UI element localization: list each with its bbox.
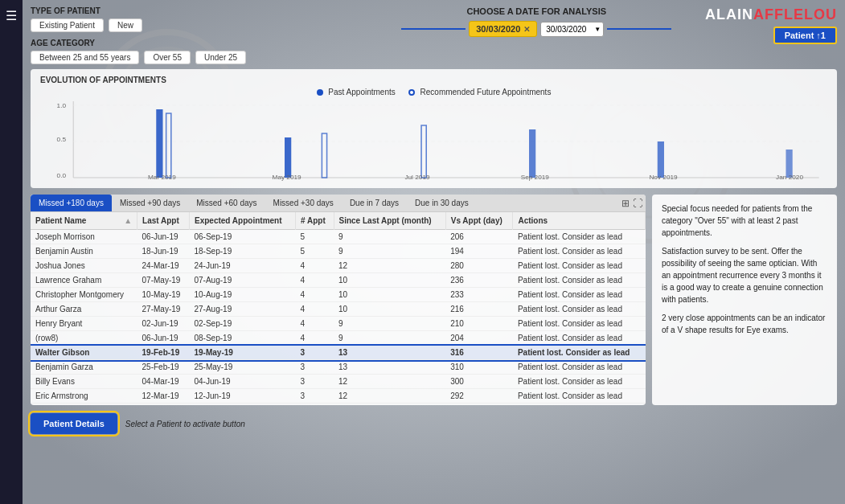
- age-between-btn[interactable]: Between 25 and 55 years: [31, 51, 139, 64]
- tab-missed-90[interactable]: Missed +90 days: [112, 195, 188, 211]
- top-bar: TYPE OF PATIENT Existing Patient New AGE…: [31, 6, 837, 64]
- cell-6: Patient lost. Consider as lead: [513, 230, 646, 244]
- table-section: Missed +180 days Missed +90 days Missed …: [31, 195, 837, 405]
- tab-missed-180[interactable]: Missed +180 days: [31, 195, 112, 211]
- cell-5: 206: [445, 230, 513, 244]
- cell-0: Benjamin Garza: [31, 360, 137, 375]
- cell-1: 25-Feb-19: [137, 360, 190, 375]
- right-note-2: Satisfaction survey to be sent. Offer th…: [662, 245, 827, 305]
- col-num-appt: # Appt: [295, 212, 334, 230]
- tab-due-30[interactable]: Due in 30 days: [407, 195, 477, 211]
- cell-2: 08-Sep-19: [190, 331, 296, 346]
- tab-missed-60[interactable]: Missed +60 days: [188, 195, 265, 211]
- svg-text:Nov 2019: Nov 2019: [649, 174, 678, 181]
- svg-rect-14: [529, 129, 535, 178]
- table-row[interactable]: Benjamin Austin18-Jun-1918-Sep-1959194Pa…: [31, 244, 646, 259]
- cell-2: 24-Jun-19: [190, 259, 296, 273]
- cell-0: Kenneth Jordan: [31, 404, 137, 406]
- age-over55-btn[interactable]: Over 55: [144, 51, 191, 64]
- cell-6: Patient lost. Consider as lead: [513, 331, 646, 346]
- table-scroll[interactable]: Patient Name ▲ Last Appt Expected Appoin…: [31, 212, 646, 405]
- table-row[interactable]: Joseph Morrison06-Jun-1906-Sep-1959206Pa…: [31, 230, 646, 244]
- cell-4: 9: [334, 244, 445, 259]
- cell-4: 9: [334, 331, 445, 346]
- svg-text:1.0: 1.0: [57, 102, 67, 109]
- cell-0: Eric Armstrong: [31, 389, 137, 404]
- legend-past: Past Appointments: [317, 88, 396, 96]
- legend-future: Recommended Future Appointments: [408, 88, 552, 96]
- table-row[interactable]: Benjamin Garza25-Feb-1925-May-19313310Pa…: [31, 360, 646, 375]
- cell-6: Patient lost. Consider as lead: [513, 302, 646, 317]
- new-patient-btn[interactable]: New: [109, 18, 142, 32]
- cell-3: 4: [295, 317, 334, 331]
- col-vs-appt: Vs Appt (day): [445, 212, 513, 230]
- svg-text:Jul 2019: Jul 2019: [404, 174, 430, 181]
- date-chip[interactable]: 30/03/2020 ✕: [469, 21, 537, 37]
- patient-count-btn[interactable]: Patient ↑1: [773, 27, 837, 44]
- table-row[interactable]: Henry Bryant02-Jun-1902-Sep-1949210Patie…: [31, 317, 646, 331]
- cell-2: 19-May-19: [190, 346, 296, 360]
- cell-5: 210: [445, 317, 513, 331]
- cell-5: 204: [445, 331, 513, 346]
- age-category-label: AGE CATEGORY: [31, 39, 368, 47]
- cell-0: Joseph Morrison: [31, 230, 137, 244]
- cell-3: 3: [295, 404, 334, 406]
- cell-1: 02-Jun-19: [137, 317, 190, 331]
- type-buttons: Existing Patient New: [31, 18, 368, 32]
- cell-5: 292: [445, 389, 513, 404]
- cell-4: 13: [334, 346, 445, 360]
- cell-6: Patient lost. Consider as lead: [513, 273, 646, 288]
- col-actions: Actions: [513, 212, 646, 230]
- cell-4: 12: [334, 389, 445, 404]
- cell-3: 5: [295, 244, 334, 259]
- cell-4: 10: [334, 302, 445, 317]
- cell-4: 11: [334, 404, 445, 406]
- right-note-1: Special focus needed for patients from t…: [662, 203, 827, 239]
- center-controls: CHOOSE A DATE FOR ANALYSIS 30/03/2020 ✕ …: [368, 6, 706, 37]
- existing-patient-btn[interactable]: Existing Patient: [31, 18, 104, 32]
- cell-4: 10: [334, 273, 445, 288]
- tab-missed-30[interactable]: Missed +30 days: [265, 195, 342, 211]
- cell-0: Joshua Jones: [31, 259, 137, 273]
- svg-rect-13: [285, 137, 291, 178]
- cell-0: Walter Gibson: [31, 346, 137, 360]
- table-row[interactable]: Eric Armstrong12-Mar-1912-Jun-19312292Pa…: [31, 389, 646, 404]
- filter-icon[interactable]: ⊞: [621, 198, 630, 209]
- expand-icon[interactable]: ⛶: [633, 198, 642, 209]
- cell-6: Patient lost. Consider as lead: [513, 244, 646, 259]
- cell-5: 280: [445, 259, 513, 273]
- age-under25-btn[interactable]: Under 25: [195, 51, 246, 64]
- date-chip-remove[interactable]: ✕: [523, 25, 530, 34]
- table-row[interactable]: Kenneth Jordan01-Apr-1901-Jul-19311272Pa…: [31, 404, 646, 406]
- table-row[interactable]: Lawrence Graham07-May-1907-Aug-19410236P…: [31, 273, 646, 288]
- date-dropdown[interactable]: 30/03/2020: [540, 22, 604, 37]
- cell-5: 310: [445, 360, 513, 375]
- table-row[interactable]: Arthur Garza27-May-1927-Aug-19410216Pati…: [31, 302, 646, 317]
- table-row[interactable]: Joshua Jones24-Mar-1924-Jun-19412280Pati…: [31, 259, 646, 273]
- svg-rect-18: [322, 133, 326, 178]
- table-row[interactable]: Billy Evans04-Mar-1904-Jun-19312300Patie…: [31, 375, 646, 389]
- cell-5: 216: [445, 302, 513, 317]
- hamburger-icon[interactable]: ☰: [6, 8, 17, 23]
- chart-svg: 1.0 0.5 0.0: [40, 101, 827, 182]
- table-row[interactable]: Walter Gibson19-Feb-1919-May-19313316Pat…: [31, 346, 646, 360]
- cell-1: 27-May-19: [137, 302, 190, 317]
- cell-5: 316: [445, 346, 513, 360]
- col-expected-appt: Expected Appointment: [190, 212, 296, 230]
- sidebar: ☰: [0, 0, 23, 504]
- svg-text:Sep 2019: Sep 2019: [521, 174, 550, 181]
- cell-4: 13: [334, 360, 445, 375]
- cell-0: Henry Bryant: [31, 317, 137, 331]
- type-of-patient-label: TYPE OF PATIENT: [31, 6, 368, 15]
- cell-3: 3: [295, 346, 334, 360]
- tab-due-7[interactable]: Due in 7 days: [342, 195, 407, 211]
- cell-1: 06-Jun-19: [137, 230, 190, 244]
- table-row[interactable]: (row8)06-Jun-1908-Sep-1949204Patient los…: [31, 331, 646, 346]
- col-since-last: Since Last Appt (month): [334, 212, 445, 230]
- table-row[interactable]: Christopher Montgomery10-May-1910-Aug-19…: [31, 288, 646, 302]
- patient-details-btn[interactable]: Patient Details: [31, 413, 117, 434]
- cell-0: Benjamin Austin: [31, 244, 137, 259]
- cell-3: 4: [295, 331, 334, 346]
- cell-6: Patient lost. Consider as lead: [513, 360, 646, 375]
- date-line-right: [607, 28, 671, 30]
